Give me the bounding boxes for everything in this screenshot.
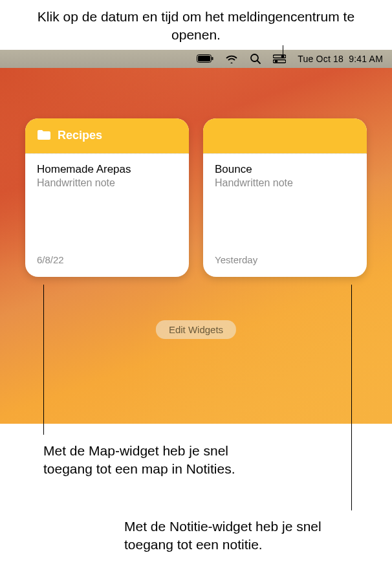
svg-line-4 xyxy=(257,61,260,63)
svg-rect-2 xyxy=(212,57,213,60)
menubar-date: Tue Oct 18 xyxy=(298,54,343,64)
note-widget-body: Bounce Handwritten note Yesterday xyxy=(203,153,367,277)
callout-line-left xyxy=(43,285,44,435)
svg-point-8 xyxy=(275,60,278,63)
wifi-icon[interactable] xyxy=(225,54,238,63)
callout-line-top xyxy=(283,45,283,58)
folder-icon xyxy=(37,129,51,143)
note-date: Yesterday xyxy=(215,254,355,277)
bottom-left-caption: Met de Map-widget heb je snel toegang to… xyxy=(43,442,250,479)
menubar-datetime[interactable]: Tue Oct 18 9:41 AM xyxy=(298,54,383,64)
desktop-area: Recipes Homemade Arepas Handwritten note… xyxy=(0,68,392,424)
svg-point-3 xyxy=(251,54,258,61)
control-center-icon[interactable] xyxy=(273,54,286,63)
menubar-time: 9:41 AM xyxy=(349,54,383,64)
menubar: Tue Oct 18 9:41 AM xyxy=(0,50,392,68)
top-caption: Klik op de datum en tijd om het meldinge… xyxy=(0,0,392,50)
search-icon[interactable] xyxy=(250,53,261,65)
note-subtitle: Handwritten note xyxy=(37,177,177,189)
folder-widget-body: Homemade Arepas Handwritten note 6/8/22 xyxy=(25,153,189,277)
note-widget-header xyxy=(203,118,367,153)
widgets-row: Recipes Homemade Arepas Handwritten note… xyxy=(19,118,373,277)
bottom-right-caption: Met de Notitie-widget heb je snel toegan… xyxy=(124,518,357,554)
note-widget[interactable]: Bounce Handwritten note Yesterday xyxy=(203,118,367,277)
svg-rect-1 xyxy=(198,56,210,61)
callout-line-right xyxy=(351,285,352,510)
note-date: 6/8/22 xyxy=(37,254,177,277)
folder-widget-title: Recipes xyxy=(58,129,102,142)
folder-widget-header: Recipes xyxy=(25,118,189,153)
folder-widget[interactable]: Recipes Homemade Arepas Handwritten note… xyxy=(25,118,189,277)
battery-icon[interactable] xyxy=(197,54,213,63)
edit-widgets-button[interactable]: Edit Widgets xyxy=(156,320,236,339)
note-title: Homemade Arepas xyxy=(37,163,177,176)
note-title: Bounce xyxy=(215,163,355,176)
note-subtitle: Handwritten note xyxy=(215,177,355,189)
